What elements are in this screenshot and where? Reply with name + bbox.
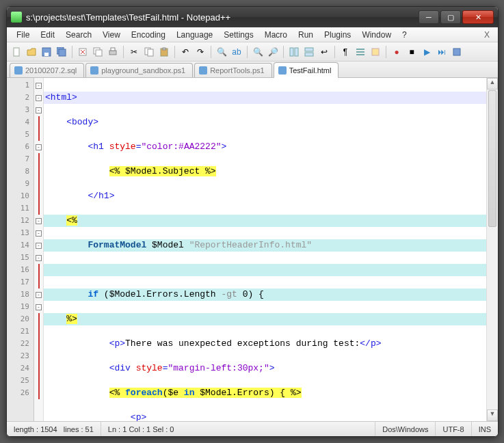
code-text: $Model.Errors) {: [200, 388, 291, 398]
menu-run[interactable]: Run: [293, 29, 319, 41]
tab-reporttools[interactable]: ReportTools.ps1: [194, 63, 272, 77]
svg-rect-0: [14, 48, 19, 56]
svg-rect-2: [44, 53, 49, 56]
code-text: if: [88, 289, 103, 299]
menu-search[interactable]: Search: [60, 29, 97, 41]
minimize-button[interactable]: ─: [419, 10, 439, 24]
scroll-down-icon[interactable]: ▼: [487, 410, 498, 421]
menu-file[interactable]: File: [11, 29, 35, 41]
sync-v-icon[interactable]: [287, 45, 301, 59]
redo-icon[interactable]: ↷: [194, 45, 207, 59]
status-eol: Dos\Windows: [375, 422, 436, 436]
code-text: <%: [109, 388, 125, 398]
code-text: "margin-left:30px;": [168, 363, 269, 373]
open-file-icon[interactable]: [25, 45, 38, 59]
code-text: </p>: [360, 338, 381, 349]
code-text: <div: [109, 363, 136, 373]
code-text: <%: [109, 166, 125, 176]
menu-plugins[interactable]: Plugins: [319, 29, 356, 41]
menu-encoding[interactable]: Encoding: [126, 29, 171, 41]
status-length: length : 1504 lines : 51: [7, 422, 101, 436]
new-file-icon[interactable]: [10, 45, 23, 59]
code-view[interactable]: <html> <body> <h1 style="color:#AA2222">…: [44, 78, 486, 421]
code-text: "color:#AA2222": [141, 142, 221, 152]
code-text: FormatModel: [88, 240, 152, 250]
maximize-button[interactable]: ▢: [440, 10, 461, 24]
code-text: style: [136, 363, 163, 373]
titlebar[interactable]: s:\projects\test\Templates\TestFail.html…: [7, 7, 498, 27]
svg-rect-22: [356, 54, 364, 55]
save-icon[interactable]: [40, 45, 53, 59]
menubar-close-doc[interactable]: X: [480, 30, 494, 40]
code-text: </h1>: [88, 191, 114, 201]
menu-macro[interactable]: Macro: [259, 29, 293, 41]
status-position: Ln : 1 Col : 1 Sel : 0: [101, 422, 375, 436]
tab-testfail[interactable]: TestFail.html: [274, 62, 339, 77]
user-lang-icon[interactable]: [369, 45, 382, 59]
editor[interactable]: 1234567891011121314151617181920212223242…: [7, 78, 498, 421]
code-text: foreach: [125, 388, 163, 398]
svg-rect-9: [96, 50, 102, 56]
stop-macro-icon[interactable]: ■: [405, 45, 419, 59]
close-button[interactable]: ✕: [462, 10, 494, 24]
vertical-scrollbar[interactable]: ▲ ▼: [486, 78, 498, 421]
wrap-icon[interactable]: ↩: [317, 45, 331, 59]
undo-icon[interactable]: ↶: [178, 45, 192, 59]
svg-rect-15: [163, 48, 165, 50]
code-text: $Model.Subject: [125, 166, 200, 176]
menu-settings[interactable]: Settings: [218, 29, 258, 41]
menu-help[interactable]: ?: [397, 29, 412, 41]
menu-language[interactable]: Language: [171, 29, 218, 41]
print-icon[interactable]: [106, 45, 120, 59]
close-all-icon[interactable]: [91, 45, 105, 59]
scroll-up-icon[interactable]: ▲: [487, 78, 498, 90]
app-icon: [11, 12, 22, 23]
window-controls: ─ ▢ ✕: [419, 10, 494, 24]
window-title: s:\projects\test\Templates\TestFail.html…: [26, 12, 419, 23]
tab-sql[interactable]: 20100207.2.sql: [10, 63, 84, 77]
code-text: 0) {: [243, 289, 264, 299]
code-text: <p>: [109, 338, 125, 349]
scrollbar-thumb[interactable]: [488, 90, 496, 227]
replace-icon[interactable]: ab: [230, 45, 243, 59]
menu-edit[interactable]: Edit: [35, 29, 60, 41]
copy-icon[interactable]: [142, 45, 156, 59]
record-macro-icon[interactable]: ●: [390, 45, 403, 59]
tab-label: playground_sandbox.ps1: [101, 66, 185, 75]
file-icon: [14, 66, 23, 75]
line-number-gutter: 1234567891011121314151617181920212223242…: [7, 78, 34, 421]
zoom-in-icon[interactable]: 🔍: [251, 45, 265, 59]
svg-rect-4: [59, 49, 66, 56]
play-macro-icon[interactable]: ▶: [420, 45, 434, 59]
save-macro-icon[interactable]: [450, 45, 464, 59]
cut-icon[interactable]: ✂: [127, 45, 141, 59]
svg-rect-17: [295, 48, 298, 56]
code-text: <p>: [131, 412, 146, 421]
code-text: There was unexpected exceptions during t…: [125, 338, 360, 349]
indent-guide-icon[interactable]: [354, 45, 367, 59]
file-icon: [199, 66, 207, 75]
svg-rect-10: [109, 51, 116, 55]
code-text: $e: [168, 388, 183, 398]
close-file-icon[interactable]: [76, 45, 90, 59]
statusbar: length : 1504 lines : 51 Ln : 1 Col : 1 …: [7, 421, 498, 436]
svg-rect-18: [305, 48, 313, 51]
show-all-chars-icon[interactable]: ¶: [339, 45, 352, 59]
code-text: <h1: [88, 142, 109, 152]
fold-column[interactable]: ----------: [34, 78, 44, 421]
paste-icon[interactable]: [157, 45, 171, 59]
find-icon[interactable]: 🔍: [215, 45, 228, 59]
code-text: -gt: [221, 289, 242, 299]
file-icon: [90, 66, 98, 75]
svg-rect-19: [305, 53, 313, 56]
zoom-out-icon[interactable]: 🔎: [266, 45, 280, 59]
tab-playground[interactable]: playground_sandbox.ps1: [85, 63, 193, 77]
sync-h-icon[interactable]: [302, 45, 316, 59]
menu-view[interactable]: View: [97, 29, 126, 41]
menu-window[interactable]: Window: [356, 29, 397, 41]
play-multi-icon[interactable]: ⏭: [435, 45, 449, 59]
toolbar: ✂ ↶ ↷ 🔍 ab 🔍 🔎 ↩ ¶ ● ■ ▶ ⏭: [7, 42, 498, 62]
save-all-icon[interactable]: [55, 45, 68, 59]
code-text: >: [222, 142, 227, 152]
code-text: "ReportHeaderInfo.html": [189, 240, 312, 250]
